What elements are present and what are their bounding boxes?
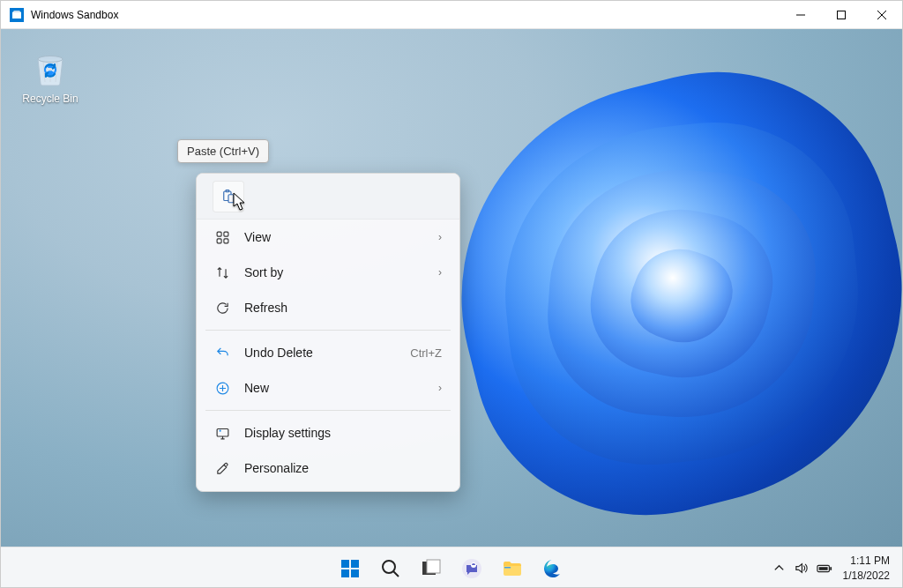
svg-rect-25 — [504, 567, 511, 569]
file-explorer-button[interactable] — [495, 551, 530, 586]
svg-rect-19 — [351, 569, 359, 577]
battery-icon[interactable] — [817, 563, 832, 574]
svg-rect-17 — [351, 560, 359, 568]
paintbrush-icon — [213, 458, 232, 478]
svg-rect-9 — [217, 232, 221, 236]
window-controls — [780, 1, 902, 28]
chevron-right-icon: › — [438, 382, 442, 394]
svg-rect-12 — [223, 238, 228, 242]
recycle-bin-desktop-icon[interactable]: Recycle Bin — [17, 47, 84, 105]
svg-rect-2 — [838, 11, 846, 19]
window-title: Windows Sandbox — [31, 9, 780, 21]
svg-rect-18 — [341, 569, 349, 577]
svg-rect-14 — [217, 428, 228, 436]
context-menu-undo-delete-accel: Ctrl+Z — [410, 346, 442, 360]
paste-tooltip: Paste (Ctrl+V) — [177, 139, 269, 163]
taskbar-clock[interactable]: 1:11 PM 1/18/2022 — [843, 554, 890, 582]
search-button[interactable] — [373, 551, 408, 586]
volume-icon[interactable] — [795, 562, 808, 575]
sort-icon — [213, 263, 232, 282]
display-settings-icon — [213, 423, 232, 443]
clock-time: 1:11 PM — [843, 554, 890, 568]
svg-point-20 — [383, 561, 395, 573]
system-tray[interactable] — [772, 562, 832, 575]
chevron-right-icon: › — [438, 266, 442, 279]
context-menu-undo-delete-label: Undo Delete — [244, 346, 410, 360]
context-menu-display-settings-label: Display settings — [244, 426, 442, 440]
context-menu-display-settings[interactable]: Display settings — [197, 415, 459, 450]
svg-rect-10 — [223, 232, 228, 236]
desktop-context-menu: View › Sort by › Refresh Undo Delete Ctr… — [196, 173, 460, 492]
taskbar-center — [332, 551, 571, 586]
window-titlebar: Windows Sandbox — [1, 1, 902, 29]
context-menu-personalize[interactable]: Personalize — [197, 450, 459, 486]
context-menu-refresh[interactable]: Refresh — [197, 290, 459, 325]
task-view-button[interactable] — [414, 551, 449, 586]
svg-rect-22 — [427, 560, 440, 573]
context-menu-separator — [205, 410, 451, 411]
recycle-bin-label: Recycle Bin — [17, 93, 84, 105]
svg-rect-28 — [818, 567, 827, 570]
recycle-bin-icon — [29, 47, 71, 89]
svg-rect-16 — [341, 560, 349, 568]
sandbox-app-icon — [10, 8, 24, 22]
close-button[interactable] — [862, 1, 902, 28]
svg-point-5 — [38, 56, 63, 63]
desktop[interactable]: Recycle Bin Paste (Ctrl+V) View › — [1, 29, 902, 547]
clock-date: 1/18/2022 — [843, 569, 890, 583]
edge-button[interactable] — [535, 551, 571, 586]
wallpaper-bloom — [417, 73, 902, 514]
context-menu-view-label: View — [244, 230, 438, 244]
chevron-right-icon: › — [438, 231, 442, 243]
maximize-button[interactable] — [821, 1, 862, 28]
undo-icon — [213, 343, 232, 362]
grid-icon — [213, 227, 232, 247]
chat-button[interactable] — [454, 551, 489, 586]
mouse-cursor — [233, 192, 247, 212]
context-menu-new[interactable]: New › — [197, 370, 459, 406]
taskbar: 1:11 PM 1/18/2022 — [1, 547, 902, 588]
context-menu-sort-by[interactable]: Sort by › — [197, 255, 459, 290]
context-menu-personalize-label: Personalize — [244, 461, 442, 475]
context-menu-new-label: New — [244, 381, 438, 395]
svg-point-15 — [219, 429, 220, 431]
context-menu-refresh-label: Refresh — [244, 301, 442, 315]
start-button[interactable] — [332, 551, 368, 586]
plus-circle-icon — [213, 378, 232, 398]
context-menu-sort-by-label: Sort by — [244, 265, 438, 279]
context-menu-undo-delete[interactable]: Undo Delete Ctrl+Z — [197, 335, 459, 370]
minimize-button[interactable] — [780, 1, 821, 28]
refresh-icon — [213, 298, 232, 317]
tray-overflow-icon[interactable] — [772, 562, 786, 575]
context-menu-view[interactable]: View › — [197, 220, 459, 255]
taskbar-right: 1:11 PM 1/18/2022 — [772, 554, 890, 582]
svg-rect-27 — [830, 567, 832, 570]
svg-rect-11 — [217, 238, 221, 242]
context-menu-separator — [205, 330, 451, 331]
